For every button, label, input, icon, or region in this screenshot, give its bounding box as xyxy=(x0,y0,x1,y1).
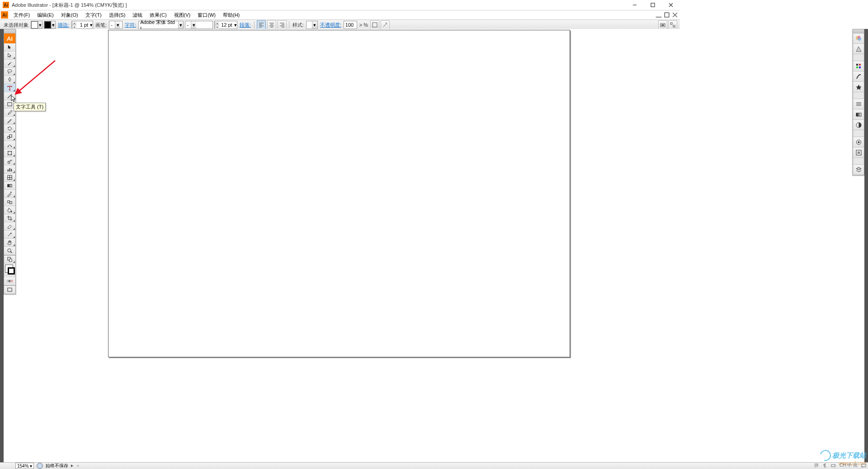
svg-point-12 xyxy=(11,146,12,147)
warp-tool[interactable] xyxy=(4,141,15,149)
opacity-input[interactable]: 100 xyxy=(344,21,357,29)
svg-rect-34 xyxy=(8,288,12,291)
hand-tool[interactable] xyxy=(4,239,15,247)
menu-app-icon[interactable]: Ai xyxy=(1,11,8,19)
stroke-swatch-combo[interactable]: ▾ xyxy=(44,21,56,29)
blend-tool[interactable] xyxy=(4,198,15,206)
scale-tool[interactable] xyxy=(4,133,15,141)
magic-wand-tool[interactable] xyxy=(4,60,15,68)
preferences-button[interactable] xyxy=(668,20,677,29)
mouse-cursor xyxy=(11,95,17,103)
rotate-tool[interactable] xyxy=(4,125,15,133)
artboard-tool[interactable] xyxy=(4,256,15,264)
type-tool-tooltip: 文字工具 (T) xyxy=(14,103,46,111)
symbol-sprayer-tool[interactable] xyxy=(4,157,15,166)
close-button[interactable] xyxy=(662,0,680,10)
svg-rect-24 xyxy=(10,192,11,193)
svg-rect-19 xyxy=(8,170,9,172)
free-transform-tool[interactable] xyxy=(4,149,15,157)
svg-point-14 xyxy=(8,151,9,152)
doc-minimize-button[interactable] xyxy=(655,11,662,19)
svg-rect-6 xyxy=(673,25,675,27)
color-mode-row[interactable] xyxy=(4,277,15,285)
type-tool[interactable] xyxy=(4,84,15,92)
fill-stroke-control[interactable] xyxy=(4,264,15,277)
live-paint-bucket-tool[interactable] xyxy=(4,206,15,214)
svg-rect-4 xyxy=(661,24,664,26)
svg-rect-30 xyxy=(7,280,9,282)
svg-rect-21 xyxy=(11,169,12,172)
font-family-combo[interactable]: Adobe 宋体 Std L▾ xyxy=(138,21,184,29)
align-right-button[interactable] xyxy=(278,20,287,29)
align-center-button[interactable] xyxy=(267,20,276,29)
menu-window[interactable]: 窗口(W) xyxy=(194,11,219,19)
menu-object[interactable]: 对象(O) xyxy=(57,11,82,19)
svg-point-15 xyxy=(11,151,12,152)
svg-rect-31 xyxy=(9,280,10,282)
direct-selection-tool[interactable] xyxy=(4,52,15,60)
screen-mode-button[interactable] xyxy=(4,286,15,294)
paragraph-link[interactable]: 段落: xyxy=(239,22,252,28)
svg-point-28 xyxy=(8,249,11,252)
canvas[interactable] xyxy=(15,29,680,367)
minimize-button[interactable] xyxy=(626,0,644,10)
eyedropper-tool[interactable] xyxy=(4,190,15,198)
menu-file[interactable]: 文件(F) xyxy=(10,11,33,19)
artboard xyxy=(108,30,570,357)
left-dock-rail[interactable] xyxy=(0,29,4,367)
character-link[interactable]: 字符: xyxy=(124,22,137,28)
fill-swatch-combo[interactable]: ▾ xyxy=(31,21,42,29)
maximize-button[interactable] xyxy=(644,0,662,10)
svg-rect-25 xyxy=(8,201,10,203)
svg-rect-0 xyxy=(651,3,655,7)
gradient-tool[interactable] xyxy=(4,182,15,190)
svg-point-17 xyxy=(11,154,12,155)
magic-wand-button[interactable] xyxy=(381,20,390,29)
doc-close-button[interactable] xyxy=(671,11,679,19)
brush-label: 画笔: xyxy=(94,22,108,28)
pencil-tool[interactable] xyxy=(4,117,15,125)
font-style-combo[interactable]: -▾ xyxy=(185,21,213,29)
menu-effect[interactable]: 效果(C) xyxy=(146,11,170,19)
graphic-style-combo[interactable]: ▾ xyxy=(306,21,318,29)
toolbox-grip[interactable] xyxy=(4,29,15,33)
column-graph-tool[interactable] xyxy=(4,166,15,174)
menu-help[interactable]: 帮助(H) xyxy=(219,11,243,19)
pen-tool[interactable] xyxy=(4,76,15,84)
svg-point-7 xyxy=(8,70,12,72)
brush-combo[interactable]: -▾ xyxy=(109,21,123,29)
align-left-button[interactable] xyxy=(257,20,266,29)
menu-type[interactable]: 文字(T) xyxy=(82,11,105,19)
menu-view[interactable]: 视图(V) xyxy=(170,11,194,19)
window-title: Adobe Illustrator - [未标题-1 @ 154% (CMYK/… xyxy=(12,2,626,9)
svg-point-16 xyxy=(8,154,9,155)
app-icon: Ai xyxy=(3,2,9,8)
stroke-weight-input[interactable]: ▴▾1 pt▾ xyxy=(71,21,93,29)
crop-area-tool[interactable] xyxy=(4,214,15,223)
selection-tool[interactable] xyxy=(4,43,15,52)
menu-select[interactable]: 选择(S) xyxy=(105,11,129,19)
menu-edit[interactable]: 编辑(E) xyxy=(33,11,57,19)
lasso-tool[interactable] xyxy=(4,68,15,76)
font-size-input[interactable]: ▴▾12 pt▾ xyxy=(214,21,237,29)
svg-point-11 xyxy=(8,146,9,147)
opacity-unit: > % xyxy=(359,22,369,28)
svg-rect-18 xyxy=(8,161,10,164)
menu-filter[interactable]: 滤镜 xyxy=(129,11,146,19)
svg-rect-13 xyxy=(8,152,11,155)
selection-status: 未选择对象 xyxy=(3,22,29,28)
isolate-blending-button[interactable] xyxy=(370,20,379,29)
toolbox: Ai xyxy=(4,29,16,294)
svg-rect-20 xyxy=(9,168,10,171)
style-label: 样式: xyxy=(292,22,305,28)
stroke-link[interactable]: 描边: xyxy=(57,22,70,28)
zoom-tool[interactable] xyxy=(4,247,15,255)
svg-rect-1 xyxy=(665,13,669,17)
doc-restore-button[interactable] xyxy=(663,11,670,19)
slice-tool[interactable] xyxy=(4,231,15,239)
eraser-tool[interactable] xyxy=(4,223,15,231)
svg-rect-5 xyxy=(670,23,672,24)
mesh-tool[interactable] xyxy=(4,174,15,182)
document-setup-button[interactable] xyxy=(658,20,667,29)
opacity-link[interactable]: 不透明度: xyxy=(319,22,342,28)
